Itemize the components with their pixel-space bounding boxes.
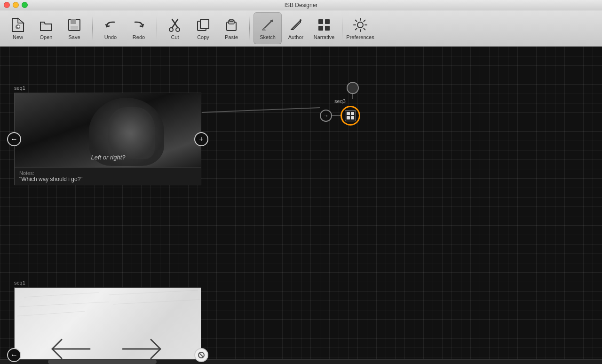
window-controls[interactable] [4,2,28,8]
paste-button[interactable]: Paste [217,12,246,44]
svg-rect-12 [200,19,209,29]
narrative-button[interactable]: Narrative [310,12,338,44]
minimize-button[interactable] [13,2,19,8]
copy-label: Copy [197,34,209,40]
open-icon [38,17,54,33]
cut-label: Cut [171,34,179,40]
seq1-top-left-port[interactable]: ← [7,132,21,146]
scrollbar-thumb[interactable] [48,360,156,364]
right-port-icon: + [199,135,203,143]
svg-marker-1 [18,18,24,23]
sep3 [249,16,250,40]
scrollbar-horizontal[interactable] [0,359,602,364]
seq1-top-notes-label: Notes: [19,170,196,176]
cut-icon [167,17,183,33]
open-button[interactable]: Open [32,12,60,44]
copy-button[interactable]: Copy [189,12,217,44]
svg-text:✦: ✦ [16,24,20,29]
svg-point-17 [300,19,301,21]
svg-point-9 [169,28,173,32]
edit-history-tools: Undo Redo [96,12,153,44]
seq3-label: seq3 [320,98,360,104]
undo-button[interactable]: Undo [96,12,125,44]
seq3-grid-icon [345,110,356,121]
svg-line-27 [356,20,357,21]
svg-line-29 [364,20,365,21]
new-button[interactable]: ✦ New [4,12,32,44]
svg-line-28 [364,28,365,30]
clipboard-tools: Cut Copy Paste [161,12,246,44]
svg-point-22 [357,22,363,28]
seq1-top-right-port[interactable]: + [194,132,208,146]
cut-button[interactable]: Cut [161,12,189,44]
svg-line-30 [356,28,357,30]
save-label: Save [68,34,80,40]
close-button[interactable] [4,2,10,8]
svg-rect-6 [71,26,78,30]
sketch-icon [260,17,276,33]
seq3-left-port-icon: → [323,112,329,119]
seq1-bottom-card[interactable]: Notes: Mobile Device [14,287,201,364]
seq1-top-node: seq1 ← Left or right? Notes: "Which way … [14,85,201,185]
svg-line-35 [19,302,109,307]
seq1-top-image: Left or right? [15,93,201,167]
mode-tools: Sketch Author Narrative [253,12,338,44]
narrative-label: Narrative [314,34,335,40]
bottom-left-port-icon: ← [10,351,18,359]
copy-icon [195,17,211,33]
seq3-node: seq3 → [320,98,360,126]
seq3-connector-line [332,115,341,116]
sep2 [157,16,157,40]
seq1-bottom-label: seq1 [14,280,201,285]
author-icon [288,17,304,33]
svg-point-33 [347,82,358,94]
title-bar: ISB Designer [0,0,602,10]
handwriting-bg [15,288,201,364]
save-button[interactable]: Save [60,12,88,44]
maximize-button[interactable] [22,2,28,8]
svg-line-38 [113,300,200,304]
svg-line-34 [24,293,99,297]
author-button[interactable]: Author [282,12,310,44]
file-tools: ✦ New Open Save [4,12,88,44]
sep4 [342,16,342,40]
preferences-button[interactable]: Preferences [346,12,374,44]
undo-label: Undo [104,34,117,40]
sketch-button[interactable]: Sketch [253,12,282,44]
app-title: ISB Designer [285,2,318,8]
preferences-label: Preferences [346,34,374,40]
seq3-main-icon[interactable] [341,106,360,126]
seq1-bottom-right-port[interactable] [194,348,208,362]
svg-rect-15 [230,19,233,22]
svg-rect-5 [71,19,76,24]
redo-label: Redo [133,34,145,40]
seq1-top-label: seq1 [14,85,201,91]
seq3-connector: → [320,106,360,126]
svg-rect-21 [325,26,330,31]
undo-icon [103,17,119,33]
sep1 [92,16,93,40]
canvas[interactable]: seq1 ← Left or right? Notes: "Which way … [0,47,602,364]
svg-line-36 [17,311,85,316]
ban-icon [198,351,205,359]
author-label: Author [288,34,303,40]
seq1-top-notes-area: Notes: "Which way should i go?" [15,167,201,185]
svg-rect-16 [262,30,266,31]
svg-line-37 [109,290,198,295]
seq3-left-port[interactable]: → [320,110,332,122]
svg-line-46 [199,353,204,357]
seq1-top-card[interactable]: Left or right? Notes: "Which way should … [14,93,201,185]
seq1-top-photo-text: Left or right? [91,154,126,161]
paste-label: Paste [225,34,238,40]
svg-rect-19 [325,19,330,24]
svg-rect-20 [318,26,323,31]
preferences-icon [352,17,368,33]
new-label: New [13,34,23,40]
new-icon: ✦ [10,17,26,33]
save-icon [66,17,82,33]
narrative-icon [316,17,332,33]
seq1-bottom-left-port[interactable]: ← [7,348,21,362]
redo-button[interactable]: Redo [125,12,153,44]
seq1-bottom-image [15,288,201,364]
toolbar: ✦ New Open Save [0,10,602,47]
